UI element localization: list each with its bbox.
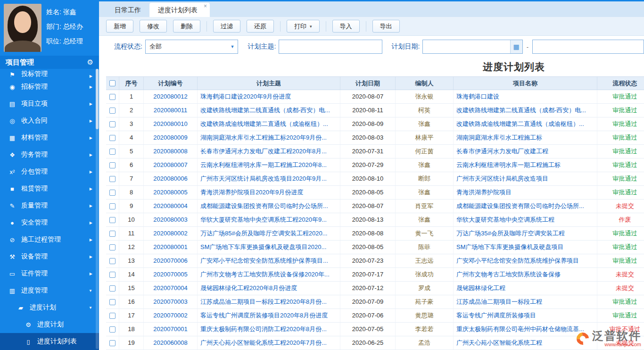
plan-id-link[interactable]: 2020070002 bbox=[144, 309, 198, 322]
plan-id-link[interactable]: 2020080002 bbox=[144, 227, 198, 240]
filter-button[interactable]: 过滤 bbox=[213, 20, 240, 33]
project-name-link[interactable]: 青海洪湖养护院项目 bbox=[454, 186, 597, 199]
row-checkbox[interactable] bbox=[109, 108, 116, 114]
row-checkbox[interactable] bbox=[109, 231, 116, 237]
sidebar-menu-item[interactable]: x² 分包管理 ▶ bbox=[0, 163, 99, 180]
project-name-link[interactable]: 广州天心苑小区智能化系统工程 bbox=[454, 336, 597, 350]
sidebar-menu-item[interactable]: ▯ 进度计划列表 bbox=[0, 333, 99, 350]
row-checkbox[interactable] bbox=[109, 313, 116, 319]
plan-id-link[interactable]: 2020080009 bbox=[144, 131, 198, 144]
sidebar-menu-item[interactable]: ▥ 进度管理 ▼ bbox=[0, 282, 99, 299]
sidebar-menu-item[interactable]: ⚑ 投标管理 ▶ bbox=[0, 69, 99, 78]
row-checkbox[interactable] bbox=[109, 285, 116, 292]
sidebar-menu-item[interactable]: ■ 租赁管理 ▶ bbox=[0, 180, 99, 197]
plan-subject-link[interactable]: 华软大厦研究基地中央空调系统工程2020年9... bbox=[198, 213, 340, 226]
project-name-link[interactable]: 广州市天河区统计局机房改造项目 bbox=[454, 172, 597, 185]
plan-id-link[interactable]: 2020080003 bbox=[144, 213, 198, 226]
sidebar-menu-item[interactable]: ▦ 材料管理 ▶ bbox=[0, 129, 99, 146]
project-name-link[interactable]: 万达广场35#会所及咖啡厅空调安装工程 bbox=[454, 227, 597, 240]
plan-id-link[interactable]: 2020070004 bbox=[144, 282, 198, 295]
plan-subject-link[interactable]: 成都能源建设集团投资有限公司临时办公场所... bbox=[198, 200, 340, 213]
plan-subject-link[interactable]: 珠海鹤港口建设2020年9月份进度 bbox=[198, 90, 340, 103]
filter-date-from-input[interactable]: ▦ bbox=[422, 40, 522, 54]
tab-close-icon[interactable]: × bbox=[204, 3, 207, 9]
row-checkbox[interactable] bbox=[109, 94, 116, 100]
tab-progress-plan-list[interactable]: 进度计划列表 × bbox=[149, 3, 210, 17]
sidebar-menu-item[interactable]: ✎ 质量管理 ▶ bbox=[0, 197, 99, 214]
sidebar-menu-item[interactable]: ▤ 项目立项 ▶ bbox=[0, 95, 99, 112]
restore-button[interactable]: 还原 bbox=[247, 20, 274, 33]
row-checkbox[interactable] bbox=[109, 244, 116, 250]
plan-id-link[interactable]: 2020070005 bbox=[144, 268, 198, 281]
calendar-icon[interactable]: ▦ bbox=[510, 40, 522, 53]
plan-id-link[interactable]: 2020080012 bbox=[144, 90, 198, 103]
sidebar-menu-item[interactable]: ⚒ 设备管理 ▶ bbox=[0, 248, 99, 265]
filter-date-to-input[interactable] bbox=[532, 40, 644, 54]
filter-subject-input[interactable] bbox=[279, 40, 382, 54]
plan-subject-link[interactable]: 改建铁路成渝线增建第二直通线（成渝枢纽）... bbox=[198, 117, 340, 131]
sidebar-menu-item[interactable]: ● 安全管理 ▶ bbox=[0, 214, 99, 231]
modify-button[interactable]: 修改 bbox=[140, 20, 167, 33]
row-checkbox[interactable] bbox=[109, 258, 116, 264]
tab-daily-work[interactable]: 日常工作 bbox=[106, 3, 149, 17]
project-name-link[interactable]: 江苏成品油二期项目一标段工程 bbox=[454, 295, 597, 308]
plan-subject-link[interactable]: 广州市天河区统计局机房改造项目2020年9月... bbox=[198, 172, 340, 185]
project-name-link[interactable]: 成都能源建设集团投资有限公司临时办公场所... bbox=[454, 200, 597, 213]
plan-subject-link[interactable]: 晟铭园林绿化工程2020年8月份进度 bbox=[198, 282, 340, 295]
sidebar-menu-item[interactable]: ◉ 招标管理 ▶ bbox=[0, 78, 99, 95]
sidebar-menu-item[interactable]: ⊘ 施工过程管理 ▶ bbox=[0, 231, 99, 248]
project-name-link[interactable]: 改建铁路成渝线增建第二直通线（成渝枢纽）... bbox=[454, 117, 597, 131]
add-button[interactable]: 新增 bbox=[106, 20, 133, 33]
plan-subject-link[interactable]: 重庆太极制药有限公司消防工程2020年8月份... bbox=[198, 323, 340, 336]
project-name-link[interactable]: 重庆太极制药有限公司亳州中药材仓储物流基... bbox=[454, 323, 597, 336]
plan-subject-link[interactable]: 广州天心苑小区智能化系统工程2020年7月份... bbox=[198, 336, 340, 350]
plan-id-link[interactable]: 2020070006 bbox=[144, 254, 198, 267]
plan-id-link[interactable]: 2020060008 bbox=[144, 336, 198, 350]
sidebar-menu-item[interactable]: ▰ 进度计划 ▼ bbox=[0, 299, 99, 316]
project-name-link[interactable]: 广安邓小平纪念馆安全防范系统维护保养项目 bbox=[454, 254, 597, 267]
plan-id-link[interactable]: 2020070003 bbox=[144, 295, 198, 308]
project-name-link[interactable]: 广州市文物考古工地安防系统设备保修 bbox=[454, 268, 597, 281]
row-checkbox[interactable] bbox=[109, 272, 116, 278]
plan-subject-link[interactable]: SM广场地下车库更换摄像机及硬盘项目2020... bbox=[198, 241, 340, 254]
plan-subject-link[interactable]: 改建铁路线增建第二线直通线（成都-西安）电... bbox=[198, 104, 340, 117]
row-checkbox[interactable] bbox=[109, 326, 116, 333]
import-button[interactable]: 导入 bbox=[332, 20, 360, 33]
project-name-link[interactable]: 华软大厦研究基地中央空调系统工程 bbox=[454, 213, 597, 226]
select-all-checkbox[interactable] bbox=[109, 80, 116, 86]
project-name-link[interactable]: 云南水利枢纽潜明水库一期工程施工标 bbox=[454, 158, 597, 172]
export-button[interactable]: 导出 bbox=[372, 20, 400, 33]
row-checkbox[interactable] bbox=[109, 135, 116, 141]
row-checkbox[interactable] bbox=[109, 217, 116, 223]
plan-id-link[interactable]: 2020080004 bbox=[144, 200, 198, 213]
row-checkbox[interactable] bbox=[109, 340, 116, 346]
plan-id-link[interactable]: 2020080006 bbox=[144, 172, 198, 185]
project-name-link[interactable]: 湖南洞庭湖水库引水工程施工标 bbox=[454, 131, 597, 144]
plan-id-link[interactable]: 2020080008 bbox=[144, 145, 198, 158]
plan-subject-link[interactable]: 广州市文物考古工地安防系统设备保修2020年... bbox=[198, 268, 340, 281]
sidebar-scrollbar-thumb[interactable] bbox=[96, 69, 99, 129]
row-checkbox[interactable] bbox=[109, 176, 116, 182]
row-checkbox[interactable] bbox=[109, 149, 116, 155]
plan-id-link[interactable]: 2020070001 bbox=[144, 323, 198, 336]
sidebar-menu-item[interactable]: ▭ 证件管理 ▶ bbox=[0, 265, 99, 282]
plan-id-link[interactable]: 2020080007 bbox=[144, 158, 198, 172]
plan-subject-link[interactable]: 广安邓小平纪念馆安全防范系统维护保养项目... bbox=[198, 254, 340, 267]
project-name-link[interactable]: 晟铭园林绿化工程 bbox=[454, 282, 597, 295]
row-checkbox[interactable] bbox=[109, 203, 116, 209]
print-button[interactable]: 打印 ▾ bbox=[287, 20, 320, 33]
plan-subject-link[interactable]: 湖南洞庭湖水库引水工程施工标2020年9月份... bbox=[198, 131, 340, 144]
plan-id-link[interactable]: 2020080005 bbox=[144, 186, 198, 199]
row-checkbox[interactable] bbox=[109, 190, 116, 196]
row-checkbox[interactable] bbox=[109, 162, 116, 168]
settings-gear-icon[interactable]: ⚙ bbox=[87, 58, 93, 67]
project-name-link[interactable]: 改建铁路线增建第二线直通线（成都-西安）电... bbox=[454, 104, 597, 117]
plan-subject-link[interactable]: 江苏成品油二期项目一标段工程2020年8月份... bbox=[198, 295, 340, 308]
project-name-link[interactable]: 珠海鹤港口建设 bbox=[454, 90, 597, 103]
plan-subject-link[interactable]: 青海洪湖养护院项目2020年9月份进度 bbox=[198, 186, 340, 199]
row-checkbox[interactable] bbox=[109, 121, 116, 127]
filter-status-select[interactable]: 全部 ▼ bbox=[145, 40, 239, 54]
plan-id-link[interactable]: 2020080001 bbox=[144, 241, 198, 254]
project-name-link[interactable]: 客运专线广州调度所装修项目 bbox=[454, 309, 597, 322]
delete-button[interactable]: 删除 bbox=[173, 20, 200, 33]
